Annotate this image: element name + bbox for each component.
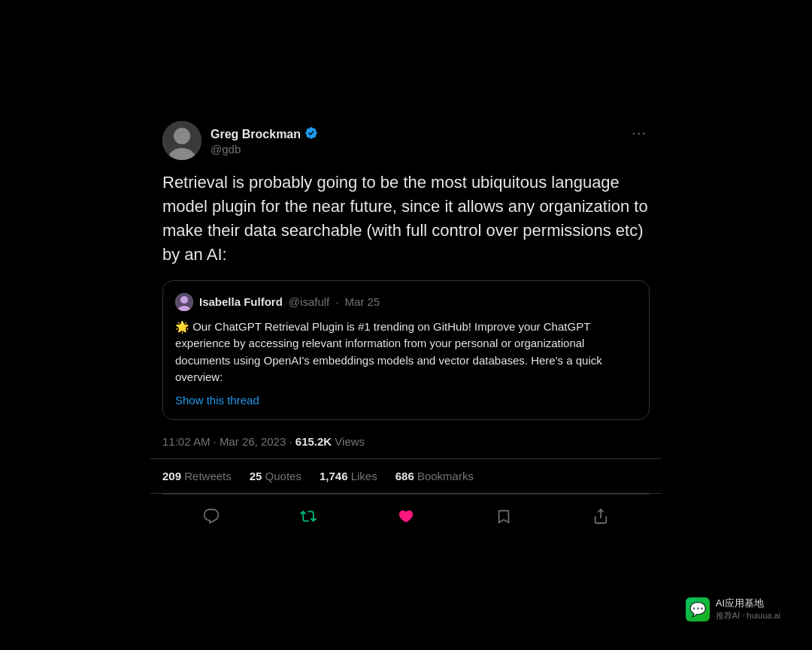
quote-tweet[interactable]: Isabella Fulford @isafulf · Mar 25 🌟 Our… bbox=[162, 280, 650, 420]
quote-text: 🌟 Our ChatGPT Retrieval Plugin is #1 tre… bbox=[175, 319, 637, 386]
bookmarks-stat: 686 Bookmarks bbox=[395, 470, 474, 482]
retweets-stat: 209 Retweets bbox=[162, 470, 232, 482]
quote-avatar bbox=[175, 293, 193, 311]
quote-dot-separator: · bbox=[335, 295, 338, 308]
verified-icon bbox=[304, 126, 318, 143]
tweet-text: Retrieval is probably going to be the mo… bbox=[162, 171, 650, 267]
watermark-title: AI应用基地 bbox=[716, 597, 780, 610]
bookmark-button[interactable] bbox=[489, 502, 518, 531]
watermark: 💬 AI应用基地 推荐AI · huiuua.ai bbox=[677, 591, 789, 627]
quote-body: Our ChatGPT Retrieval Plugin is #1 trend… bbox=[175, 320, 602, 384]
retweets-count: 209 bbox=[162, 470, 181, 482]
retweet-button[interactable] bbox=[294, 502, 323, 531]
quotes-stat: 25 Quotes bbox=[250, 470, 301, 482]
wechat-icon: 💬 bbox=[686, 597, 710, 621]
tweet-meta: 11:02 AM · Mar 26, 2023 · 615.2K Views bbox=[162, 434, 650, 448]
likes-label: Likes bbox=[351, 470, 377, 482]
retweets-label: Retweets bbox=[184, 470, 232, 482]
tweet-author: Greg Brockman @gdb bbox=[162, 121, 318, 160]
watermark-info: AI应用基地 推荐AI · huiuua.ai bbox=[716, 597, 780, 621]
tweet-card: Greg Brockman @gdb ··· Retrieval is prob… bbox=[150, 106, 662, 544]
tweet-views-count: 615.2K bbox=[295, 435, 332, 448]
quote-author-handle: @isafulf bbox=[289, 295, 329, 308]
tweet-actions bbox=[162, 494, 650, 544]
tweet-timestamp: 11:02 AM · Mar 26, 2023 bbox=[162, 435, 286, 448]
author-info: Greg Brockman @gdb bbox=[211, 126, 318, 156]
bookmarks-count: 686 bbox=[395, 470, 414, 482]
svg-point-4 bbox=[180, 296, 188, 304]
tweet-header: Greg Brockman @gdb ··· bbox=[162, 121, 650, 160]
like-button[interactable] bbox=[392, 502, 420, 531]
tweet-views-label: Views bbox=[335, 435, 365, 448]
reply-button[interactable] bbox=[197, 502, 226, 531]
quotes-count: 25 bbox=[250, 470, 262, 482]
share-button[interactable] bbox=[586, 502, 615, 531]
avatar[interactable] bbox=[162, 121, 201, 160]
bookmarks-label: Bookmarks bbox=[417, 470, 474, 482]
quote-date: Mar 25 bbox=[344, 295, 380, 308]
svg-point-1 bbox=[174, 128, 190, 144]
likes-stat: 1,746 Likes bbox=[320, 470, 377, 482]
quote-header: Isabella Fulford @isafulf · Mar 25 bbox=[175, 293, 637, 311]
author-handle: @gdb bbox=[211, 143, 318, 156]
quotes-label: Quotes bbox=[265, 470, 301, 482]
watermark-subtitle: 推荐AI · huiuua.ai bbox=[716, 610, 780, 621]
quote-emoji: 🌟 bbox=[175, 320, 189, 333]
likes-count: 1,746 bbox=[320, 470, 348, 482]
show-thread-link[interactable]: Show this thread bbox=[175, 394, 259, 407]
author-name: Greg Brockman bbox=[211, 126, 318, 143]
more-options-icon[interactable]: ··· bbox=[629, 121, 650, 144]
quote-author-name: Isabella Fulford bbox=[199, 295, 283, 308]
tweet-stats: 209 Retweets 25 Quotes 1,746 Likes 686 B… bbox=[162, 459, 650, 493]
